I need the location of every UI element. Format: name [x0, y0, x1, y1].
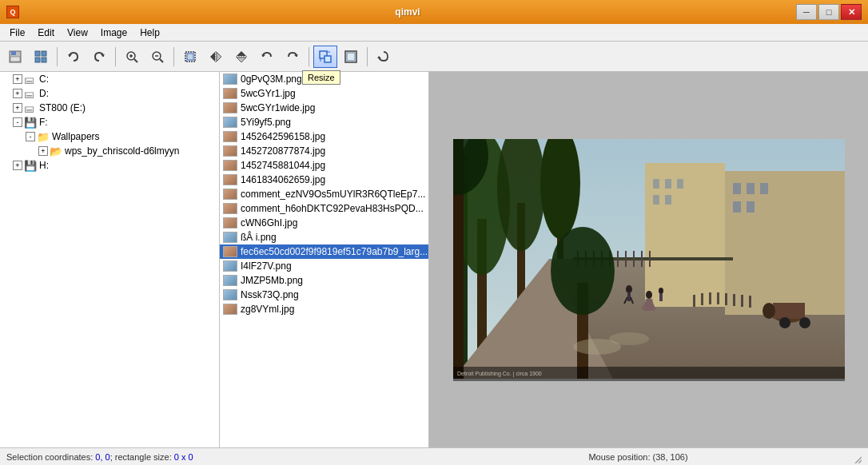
- menu-edit[interactable]: Edit: [31, 26, 61, 40]
- resize-button[interactable]: [313, 46, 337, 68]
- svg-point-84: [779, 317, 790, 328]
- svg-rect-27: [325, 56, 331, 62]
- flip-horizontal-button[interactable]: [204, 46, 228, 68]
- file-name: 5Yi9yf5.png: [241, 117, 291, 128]
- svg-point-85: [799, 317, 810, 328]
- svg-line-15: [160, 59, 163, 62]
- svg-rect-98: [741, 295, 743, 307]
- undo-button[interactable]: [62, 46, 86, 68]
- svg-rect-94: [709, 292, 711, 304]
- separator-1: [57, 47, 58, 66]
- file-thumb-jpg: [223, 145, 237, 157]
- svg-line-12: [134, 59, 137, 62]
- preview-svg: Detroit Publishing Co. | circa 1900: [453, 139, 845, 379]
- redo-button[interactable]: [87, 46, 111, 68]
- tree-toggle-c[interactable]: +: [13, 74, 22, 84]
- refresh-button[interactable]: [372, 46, 396, 68]
- tree-toggle-e[interactable]: +: [13, 103, 22, 113]
- zoom-in-button[interactable]: [120, 46, 144, 68]
- tree-label-wps: wps_by_chriscold-d6lmyyn: [65, 145, 179, 157]
- file-item[interactable]: 1452642596158.jpg: [220, 129, 428, 144]
- svg-rect-49: [725, 171, 845, 315]
- svg-point-75: [646, 291, 652, 299]
- file-item[interactable]: zg8VYml.jpg: [220, 302, 428, 316]
- rotate-cw-button[interactable]: [281, 46, 305, 68]
- file-item[interactable]: 5wcGYr1.jpg: [220, 86, 428, 101]
- crop-button[interactable]: [178, 46, 202, 68]
- tree-toggle-wallpapers[interactable]: -: [26, 132, 35, 141]
- svg-rect-95: [717, 292, 719, 304]
- file-item[interactable]: 1452720877874.jpg: [220, 144, 428, 158]
- menu-file[interactable]: File: [3, 26, 31, 40]
- tree-label-d: D:: [39, 88, 49, 99]
- tree-item-d[interactable]: + 🖴 D:: [0, 86, 219, 101]
- tree-item-wallpapers[interactable]: - 📁 Wallpapers: [0, 129, 219, 144]
- toolbar: Resize: [0, 42, 868, 72]
- file-item[interactable]: 1452745881044.jpg: [220, 158, 428, 173]
- close-button[interactable]: ✕: [841, 4, 862, 20]
- status-mouse: Mouse position: (38, 106): [428, 452, 849, 462]
- file-name: I4lF27V.png: [241, 260, 292, 272]
- file-thumb-png: [223, 117, 237, 128]
- app-icon: Q: [6, 6, 19, 18]
- hdd-icon-f: 💾: [24, 117, 37, 128]
- file-thumb-png: [223, 74, 237, 85]
- file-tree[interactable]: + 🖴 C: + 🖴 D: + 🖴 ST800 (E:) - 💾 F:: [0, 72, 220, 447]
- zoom-out-button[interactable]: [145, 46, 169, 68]
- svg-rect-57: [760, 183, 768, 194]
- minimize-button[interactable]: ─: [796, 4, 817, 20]
- menu-view[interactable]: View: [61, 26, 94, 40]
- flip-vertical-button[interactable]: [229, 46, 253, 68]
- file-item[interactable]: JMZP5Mb.png: [220, 273, 428, 288]
- tree-item-f[interactable]: - 💾 F:: [0, 115, 219, 129]
- svg-rect-59: [747, 201, 755, 213]
- svg-rect-1: [11, 51, 16, 55]
- tree-toggle-wps[interactable]: +: [38, 146, 48, 156]
- tree-item-c[interactable]: + 🖴 C:: [0, 72, 219, 86]
- app-title: qimvi: [19, 6, 796, 18]
- svg-point-91: [609, 332, 649, 345]
- svg-rect-3: [35, 51, 40, 56]
- drive-icon-e: 🖴: [24, 102, 37, 113]
- file-item[interactable]: cWN6GhI.jpg: [220, 216, 428, 230]
- statusbar: Selection coordinates: 0, 0; rectangle s…: [0, 447, 868, 465]
- svg-marker-21: [237, 51, 246, 56]
- file-item[interactable]: 5wcGYr1wide.jpg: [220, 101, 428, 115]
- svg-rect-70: [649, 251, 651, 267]
- restore-button[interactable]: □: [818, 4, 839, 20]
- tree-toggle-f[interactable]: -: [13, 117, 22, 127]
- file-item[interactable]: comment_h6ohDKTC92PevaH83HsPQD...: [220, 201, 428, 216]
- file-item[interactable]: comment_ezNV9Os5mUYlR3R6QTleEp7...: [220, 187, 428, 201]
- menu-help[interactable]: Help: [133, 26, 166, 40]
- svg-rect-5: [35, 58, 40, 62]
- file-name: zg8VYml.jpg: [241, 304, 294, 315]
- file-thumb-png: [223, 289, 237, 300]
- tree-item-h[interactable]: + 💾 H:: [0, 158, 219, 173]
- svg-rect-52: [677, 179, 683, 189]
- file-name: 1452642596158.jpg: [241, 131, 325, 142]
- rotate-ccw-button[interactable]: [255, 46, 279, 68]
- folder-icon-wps: 📂: [50, 145, 62, 157]
- tree-toggle-d[interactable]: +: [13, 89, 22, 98]
- tree-item-wps[interactable]: + 📂 wps_by_chriscold-d6lmyyn: [0, 144, 219, 158]
- file-item[interactable]: ßÂ i.png: [220, 230, 428, 244]
- tree-toggle-h[interactable]: +: [13, 161, 22, 170]
- file-item[interactable]: I4lF27V.png: [220, 259, 428, 273]
- tree-item-e[interactable]: + 🖴 ST800 (E:): [0, 101, 219, 115]
- file-name: Nssk73Q.png: [241, 289, 299, 300]
- save-button[interactable]: [3, 46, 27, 68]
- file-list[interactable]: 0gPvQ3M.png 5wcGYr1.jpg 5wcGYr1wide.jpg …: [220, 72, 429, 447]
- main-content: + 🖴 C: + 🖴 D: + 🖴 ST800 (E:) - 💾 F:: [0, 72, 868, 447]
- selection-size: 0 x 0: [174, 452, 193, 462]
- menu-image[interactable]: Image: [94, 26, 133, 40]
- file-item[interactable]: 1461834062659.jpg: [220, 173, 428, 187]
- file-item-selected[interactable]: fec6ec50cd002f9f9819ef51c79ab7b9_larg...: [220, 244, 428, 259]
- file-item[interactable]: Nssk73Q.png: [220, 288, 428, 302]
- drive-icon-c: 🖴: [24, 74, 37, 85]
- mouse-label: Mouse position:: [588, 452, 652, 462]
- properties-button[interactable]: [29, 46, 53, 68]
- fit-window-button[interactable]: [339, 46, 363, 68]
- file-item[interactable]: 5Yi9yf5.png: [220, 115, 428, 129]
- svg-rect-67: [625, 251, 627, 267]
- file-item[interactable]: 0gPvQ3M.png: [220, 72, 428, 86]
